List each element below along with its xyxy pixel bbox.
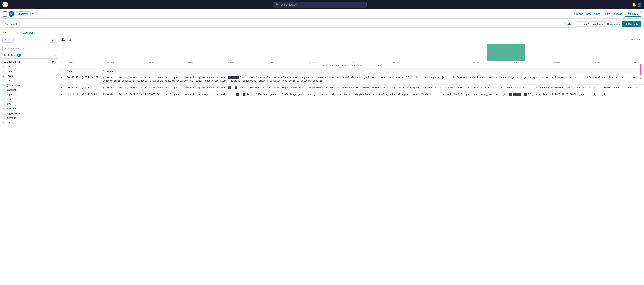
field-item[interactable]: # _score	[0, 74, 58, 78]
table-row: ▶ Dec 23, 2021 @ 23:14:16.267 @timestamp…	[58, 74, 644, 84]
field-search-input[interactable]	[2, 46, 56, 51]
show-dates-button[interactable]: Show dates	[607, 22, 620, 26]
search-row: 🔍 KQL 🕐 Last 15 minutes ▾ Show dates ↺ R…	[0, 19, 644, 29]
time-picker[interactable]: 🕐 Last 15 minutes ▾	[576, 22, 606, 27]
chart-x-label: 23:08:00	[269, 62, 276, 64]
field-item[interactable]: t _type	[0, 78, 58, 83]
top-nav: 🔍 🔔 👤	[0, 0, 644, 9]
chart-x-label: 23:17:00	[634, 62, 641, 64]
field-type-icon: t	[2, 88, 6, 92]
field-name: _type	[6, 79, 12, 82]
chart-x-label: 23:04:00	[107, 62, 114, 64]
plus-icon: +	[20, 31, 21, 34]
time-cell: Dec 23, 2021 @ 23:14:17.220	[65, 84, 100, 91]
fields-list: t _id t _index # _score t _type @timesta…	[0, 64, 58, 125]
field-name: level	[6, 103, 12, 105]
discover-button[interactable]: Discover	[16, 12, 30, 16]
field-type-icon: t	[2, 102, 6, 106]
field-item[interactable]: t @version	[0, 88, 58, 92]
field-item[interactable]: @timestamp	[0, 83, 58, 88]
field-type-icon: t	[2, 98, 6, 101]
data-view-value: *	[3, 31, 4, 34]
global-search-bar[interactable]: 🔍	[273, 2, 366, 8]
open-button[interactable]: Open	[594, 12, 600, 15]
inspect-button[interactable]: Inspect	[614, 12, 622, 15]
field-type-icon: t	[2, 112, 6, 115]
data-view-selector[interactable]: * ▾	[3, 31, 6, 34]
field-type-icon: t	[2, 79, 6, 82]
kql-badge[interactable]: KQL	[564, 22, 572, 26]
available-fields-header[interactable]: ▾ Available fields 15	[0, 60, 58, 64]
filter-type-label: Filter by type 0	[2, 54, 21, 56]
field-type-icon: t	[2, 93, 6, 96]
options-button[interactable]: Options	[574, 12, 583, 15]
toolbar-right: Options New Open Share Inspect 💾 Save	[574, 11, 641, 17]
chart-x-label: 23:14:00	[512, 62, 519, 64]
sidebar-toggle-icon[interactable]: ⇐	[16, 32, 18, 34]
expand-cell[interactable]: ▶	[58, 74, 65, 84]
expand-icon[interactable]: ▶	[61, 86, 62, 89]
field-name: @timestamp	[6, 84, 20, 87]
chevron-down-icon: ▾	[54, 54, 56, 57]
bell-icon[interactable]: 🔔	[632, 2, 636, 7]
sidebar-columns-button[interactable]: ⋮⋮⋮	[2, 38, 14, 42]
chart-area: 20 15 10 5 0 23:03:0023:04:0023:05:0023:…	[58, 43, 644, 68]
field-item[interactable]: t logger_name	[0, 111, 58, 116]
sidebar-collapse-button[interactable]: ⇐	[50, 38, 56, 42]
field-item[interactable]: t _id	[0, 64, 58, 69]
collapse-icon: ⇐	[52, 39, 54, 42]
global-search-input[interactable]	[280, 3, 364, 6]
chevron-down-icon: ▾	[602, 22, 603, 26]
new-button[interactable]: New	[586, 12, 591, 15]
expand-icon[interactable]: ▶	[61, 76, 62, 79]
grid-icon: ⋮⋮⋮	[4, 39, 12, 42]
chevron-down-icon[interactable]: ∨	[32, 12, 34, 15]
save-button[interactable]: 💾 Save	[625, 11, 641, 17]
field-item[interactable]: t appname	[0, 92, 58, 97]
search-input[interactable]	[10, 22, 564, 26]
user-icon[interactable]: 👤	[638, 2, 642, 7]
field-type-icon: t	[2, 70, 6, 73]
top-nav-left	[2, 2, 8, 8]
chart-options-button[interactable]: ⚙ Chart options	[624, 38, 641, 41]
field-item[interactable]: t message	[0, 116, 58, 120]
chart-x-label: 23:06:00	[188, 62, 195, 64]
toolbar-left: ☰ D Discover ∨	[3, 11, 34, 17]
doc-cell: @timestamp: Dec 23, 2021 @ 23:14:17.869 …	[100, 91, 644, 98]
chevron-down-icon: ▾	[5, 32, 6, 34]
field-type-icon: #	[2, 107, 6, 110]
filter-type-text: Filter by type	[2, 54, 16, 56]
field-search-area	[0, 44, 58, 53]
hits-row: 21 hits ⚙ Chart options	[58, 36, 644, 43]
time-cell: Dec 23, 2021 @ 23:14:17.869	[65, 91, 100, 98]
chart-options-label: Chart options	[627, 38, 641, 41]
field-item[interactable]: # level_value	[0, 106, 58, 111]
search-input-wrapper[interactable]: 🔍 KQL	[3, 20, 574, 28]
field-item[interactable]: t port	[0, 120, 58, 125]
refresh-button[interactable]: ↺ Refresh	[622, 21, 641, 27]
expand-cell[interactable]: ▶	[58, 91, 65, 98]
filter-by-type-row[interactable]: Filter by type 0 ▾	[0, 53, 58, 58]
field-type-icon: #	[2, 74, 6, 78]
field-name: @version	[6, 89, 16, 91]
add-filter-button[interactable]: + + Add filter	[20, 31, 33, 34]
expand-icon[interactable]: ▶	[61, 93, 62, 96]
field-item[interactable]: t host	[0, 97, 58, 102]
share-button[interactable]: Share	[604, 12, 610, 15]
table-row: ▶ Dec 23, 2021 @ 23:14:17.869 @timestamp…	[58, 91, 644, 98]
expand-col-header	[58, 68, 65, 74]
field-name: level_value	[6, 107, 18, 110]
doc-col-header: Document	[100, 68, 644, 74]
field-item[interactable]: t level	[0, 102, 58, 106]
sidebar-columns-icon[interactable]: ⋮⋮⋮	[8, 32, 14, 34]
field-name: _index	[6, 70, 14, 73]
gear-icon: ⚙	[624, 38, 626, 41]
hamburger-menu-icon[interactable]: ☰	[3, 12, 7, 16]
elastic-logo[interactable]	[2, 2, 8, 8]
doc-cell: @timestamp: Dec 23, 2021 @ 23:14:16.267 …	[100, 74, 644, 84]
field-item[interactable]: t _index	[0, 69, 58, 74]
refresh-label: Refresh	[628, 22, 638, 26]
expand-cell[interactable]: ▶	[58, 84, 65, 91]
main-layout: ⋮⋮⋮ ⇐ Filter by type 0 ▾ ▾ Available fie…	[0, 36, 644, 285]
avatar[interactable]: D	[8, 11, 14, 17]
